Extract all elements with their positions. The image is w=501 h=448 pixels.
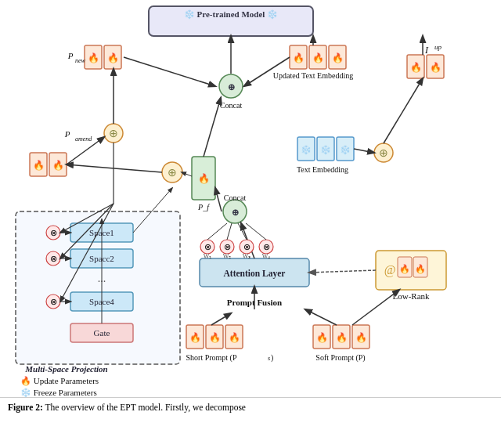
svg-text:new: new: [75, 57, 86, 64]
svg-line-53: [384, 78, 423, 143]
svg-text:⊕: ⊕: [228, 82, 235, 92]
figure-number: Figure 2:: [8, 403, 43, 412]
svg-text:⊗: ⊗: [50, 228, 57, 237]
svg-text:amend: amend: [75, 135, 92, 143]
svg-line-52: [354, 149, 374, 153]
svg-line-57: [215, 188, 222, 211]
svg-text:⊗: ⊗: [243, 242, 250, 251]
svg-line-42: [204, 98, 221, 157]
svg-text:❄️ Freeze Parameters: ❄️ Freeze Parameters: [20, 387, 97, 398]
svg-text:I: I: [424, 45, 429, 56]
svg-line-105: [352, 290, 399, 325]
svg-text:🔥 Update Parameters: 🔥 Update Parameters: [20, 375, 99, 386]
svg-text:Concat: Concat: [220, 101, 243, 110]
svg-text:❄️: ❄️: [340, 144, 351, 155]
svg-text:Soft Prompt (P): Soft Prompt (P): [315, 353, 365, 363]
svg-text:Low-Rank: Low-Rank: [392, 291, 430, 301]
svg-line-73: [207, 223, 227, 240]
svg-line-74: [227, 223, 232, 240]
svg-text:🔥: 🔥: [229, 331, 240, 343]
svg-text:Short Prompt (P: Short Prompt (P: [186, 353, 236, 363]
svg-text:🔥: 🔥: [430, 61, 442, 73]
svg-text:⊗: ⊗: [204, 242, 211, 251]
svg-text:⊕: ⊕: [379, 147, 388, 159]
svg-text:P: P: [64, 129, 70, 139]
svg-text:s: s: [268, 355, 270, 362]
caption-area: Figure 2: The overview of the EPT model.…: [0, 397, 501, 448]
svg-text:❄️: ❄️: [320, 144, 331, 155]
svg-text:🔥: 🔥: [107, 52, 119, 63]
svg-text:P: P: [67, 51, 74, 60]
svg-text:🔥: 🔥: [336, 331, 348, 343]
svg-text:❄️ Pre-trained Model ❄️: ❄️ Pre-trained Model ❄️: [184, 9, 278, 20]
svg-text:🔥: 🔥: [52, 159, 64, 171]
svg-line-134: [67, 164, 162, 172]
svg-text:W₃: W₃: [243, 253, 251, 260]
svg-text:W₁: W₁: [204, 253, 212, 260]
svg-text:🔥: 🔥: [415, 263, 426, 274]
svg-line-135: [182, 172, 192, 176]
svg-text:🔥: 🔥: [312, 52, 324, 63]
svg-text:W₂: W₂: [223, 253, 232, 260]
svg-text:🔥: 🔥: [198, 172, 210, 184]
svg-text:🔥: 🔥: [33, 159, 45, 171]
svg-text:⊕: ⊕: [109, 128, 118, 139]
svg-text:⊕: ⊕: [168, 167, 177, 179]
svg-text:W₄: W₄: [262, 253, 271, 260]
svg-text:⊗: ⊗: [263, 242, 270, 251]
svg-text:🔥: 🔥: [316, 331, 328, 343]
svg-text:⊗: ⊗: [50, 254, 57, 263]
svg-text:🔥: 🔥: [293, 52, 305, 63]
svg-text:🔥: 🔥: [209, 331, 221, 343]
svg-text:P_f: P_f: [197, 203, 210, 211]
svg-text:⊗: ⊗: [224, 242, 231, 251]
svg-text:🔥: 🔥: [88, 52, 99, 63]
caption-text: The overview of the EPT model. Firstly, …: [45, 403, 246, 412]
svg-text:🔥: 🔥: [410, 61, 422, 73]
svg-text:Attention Layer: Attention Layer: [224, 269, 286, 279]
svg-line-27: [124, 57, 215, 86]
svg-text:Updated Text Embedding: Updated Text Embedding: [273, 71, 353, 80]
svg-text:🔥: 🔥: [399, 263, 410, 274]
svg-text:🔥: 🔥: [332, 52, 344, 63]
svg-line-103: [309, 270, 376, 273]
svg-text:up: up: [434, 43, 442, 51]
svg-line-88: [211, 313, 231, 325]
svg-text:❄️: ❄️: [301, 144, 312, 155]
svg-text:🔥: 🔥: [355, 331, 367, 343]
svg-text:@: @: [384, 263, 396, 277]
svg-text:🔥: 🔥: [189, 331, 201, 343]
svg-text:): ): [271, 353, 273, 363]
svg-line-104: [305, 309, 337, 325]
svg-text:Concat: Concat: [224, 193, 247, 202]
svg-text:Text Embedding: Text Embedding: [297, 165, 348, 174]
diagram-area: ❄️ Pre-trained Model ❄️ 🔥 🔥 P new 🔥 🔥 🔥 …: [0, 0, 501, 399]
svg-text:Gate: Gate: [94, 328, 110, 338]
svg-text:Multi-Space Projection: Multi-Space Projection: [24, 364, 107, 374]
svg-line-76: [246, 223, 266, 240]
svg-text:⊗: ⊗: [50, 297, 57, 306]
svg-text:⊕: ⊕: [232, 208, 239, 217]
